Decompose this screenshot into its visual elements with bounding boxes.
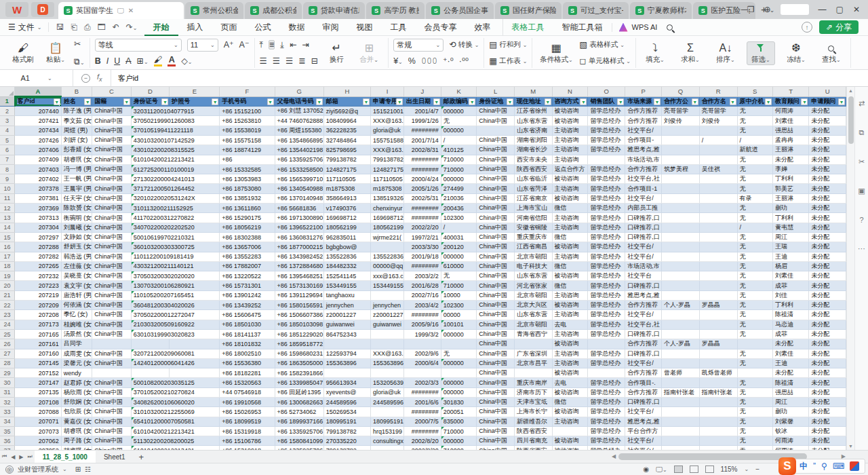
cell[interactable]: 2001/4/7 [404, 107, 441, 116]
cell[interactable]: +86 13901242 [220, 290, 275, 300]
cell[interactable]: 2002/2/20 [404, 223, 441, 232]
cell[interactable]: 合作方推荐 [625, 107, 662, 116]
cell[interactable]: 冯一博 (男 [61, 164, 92, 174]
cell[interactable]: 207108 [15, 398, 62, 407]
cell[interactable]: 重庆市南岸 [514, 378, 552, 387]
redo-icon[interactable]: ↷⌄ [126, 22, 138, 32]
header-cell[interactable]: 出生日期▼ [404, 96, 441, 107]
cell[interactable] [699, 213, 737, 223]
cell[interactable]: 社交平台/ [625, 193, 662, 203]
cell[interactable]: 124827175 [323, 164, 370, 174]
cell[interactable]: 山东省东营 [514, 310, 552, 320]
row-number[interactable]: 22 [0, 301, 15, 310]
cell[interactable]: 口碑推荐,口 [625, 213, 662, 223]
tab-页面[interactable]: 页面 [212, 19, 246, 36]
document-tab[interactable]: S英国留学生🖵✕ [58, 2, 184, 19]
cell[interactable]: 刘妍 (女) [61, 135, 92, 145]
cell[interactable]: 610000 [441, 261, 476, 271]
cell[interactable] [699, 252, 737, 261]
cell[interactable]: 韩浩远 (男 [61, 252, 92, 261]
first-sheet-icon[interactable]: ⏮ [0, 453, 9, 460]
cell[interactable]: 370105199411221118 [131, 126, 220, 135]
cell[interactable]: China中国 [477, 339, 515, 349]
cell[interactable]: 返点合作方 [552, 164, 588, 174]
cell[interactable]: 152541145 [323, 271, 370, 281]
table-row[interactable]: 34207071黄嘉仪 (女China中国654101200007050581+… [0, 417, 846, 426]
cell[interactable]: 207265 [15, 261, 62, 271]
app-mode-label[interactable]: 业财管理系统 [18, 465, 58, 474]
cell[interactable]: 270335220 [323, 436, 370, 446]
col-letter-S[interactable]: S [737, 87, 772, 96]
filter-dropdown-icon[interactable]: ▼ [617, 98, 624, 105]
cell[interactable]: 2000/6/4 [404, 358, 441, 368]
cell[interactable]: 000000 [441, 126, 476, 135]
cell[interactable]: / [737, 135, 772, 145]
cell[interactable]: China中国 [92, 426, 132, 436]
cell[interactable]: 169698712 [323, 213, 370, 223]
cell[interactable]: 610104200212213421 [131, 155, 220, 164]
cell[interactable]: 200436 [441, 204, 476, 213]
cell[interactable]: +86 1580156591 [275, 301, 323, 310]
align-top-icon[interactable]: ⤒ [260, 41, 264, 50]
cell[interactable]: 未分配 [809, 426, 846, 436]
cell[interactable]: 799138782 [371, 155, 404, 164]
cell[interactable]: 留学总经办 [588, 252, 625, 261]
cell[interactable]: 411702200312270822 [131, 213, 220, 223]
cell[interactable] [662, 145, 700, 155]
cell[interactable]: +86 18302388 [220, 232, 275, 242]
cell[interactable] [552, 426, 588, 436]
cell[interactable]: 未分配 [809, 310, 846, 320]
cell[interactable]: +86 15319918 [220, 426, 275, 436]
cell[interactable]: 口碑推荐,口 [625, 232, 662, 242]
cell[interactable]: 未分配 [809, 436, 846, 446]
cell[interactable]: 未分配 [809, 223, 846, 232]
cell[interactable]: 合作项目-. [625, 378, 662, 387]
cell[interactable]: China中国 [477, 329, 515, 339]
cell[interactable]: China中国 [477, 116, 515, 126]
cell[interactable]: 207062 [15, 436, 62, 446]
number-format-select[interactable]: 常规⌄ [393, 39, 443, 52]
cell[interactable]: 无 [441, 349, 476, 358]
col-letter-O[interactable]: O [588, 87, 625, 96]
cell[interactable]: 未分配 [809, 339, 846, 349]
undo-icon[interactable]: ↶ [113, 22, 119, 32]
cell[interactable]: 未分配 [809, 107, 846, 116]
cell[interactable]: 362228235 [323, 126, 370, 135]
cell[interactable]: 无 [737, 320, 772, 329]
cell[interactable]: China中国 [92, 329, 132, 339]
cell[interactable]: 无 [737, 232, 772, 242]
cell[interactable]: 310103200212255069 [131, 407, 220, 417]
cell[interactable]: 2001/9/18 [404, 252, 441, 261]
cell[interactable]: China中国 [92, 184, 132, 193]
cell[interactable]: 主动咨询 [552, 213, 588, 223]
row-number[interactable]: 26 [0, 339, 15, 349]
cell[interactable]: 主动咨询 [552, 417, 588, 426]
cell[interactable]: 无 [737, 349, 772, 358]
cell[interactable]: +86 1899937166 [275, 417, 323, 426]
header-cell[interactable]: 手机号码▼ [220, 96, 275, 107]
filter-dropdown-icon[interactable]: ▼ [692, 98, 698, 105]
cell[interactable]: 未分配 [809, 417, 846, 426]
cell[interactable]: 被动咨询 [552, 242, 588, 252]
app-mode-caret[interactable]: ⌄ [62, 466, 67, 472]
cell[interactable]: 799138782 [323, 155, 370, 164]
cell[interactable]: China中国 [477, 320, 515, 329]
cell[interactable]: 吴晓蔓 (女 [61, 271, 92, 281]
decrease-decimal-icon[interactable]: ·⁰⁰ [459, 57, 469, 66]
cell[interactable]: 主动咨询 [552, 126, 588, 135]
currency-icon[interactable]: ¥⌄ [393, 57, 403, 66]
tab-插入[interactable]: 插入 [178, 19, 212, 36]
row-number[interactable]: 7 [0, 155, 15, 164]
cell[interactable]: ######## [404, 164, 441, 174]
cell[interactable]: 710000 [441, 155, 476, 164]
cell[interactable]: China中国 [477, 145, 515, 155]
cell[interactable]: +86 13053983 [220, 174, 275, 184]
upgrade-icon[interactable]: ↑ [802, 22, 812, 33]
cell[interactable]: 207161 [15, 339, 62, 349]
maximize-button[interactable]: ▢ [836, 5, 844, 14]
cell[interactable]: +44 07546918 [220, 387, 275, 397]
print-preview-icon[interactable]: 🗔 [98, 22, 106, 32]
cell[interactable]: 西安市未央 [514, 155, 552, 164]
cell[interactable]: 未分配 [809, 271, 846, 281]
cell[interactable]: 1999/3/2 [404, 329, 441, 339]
